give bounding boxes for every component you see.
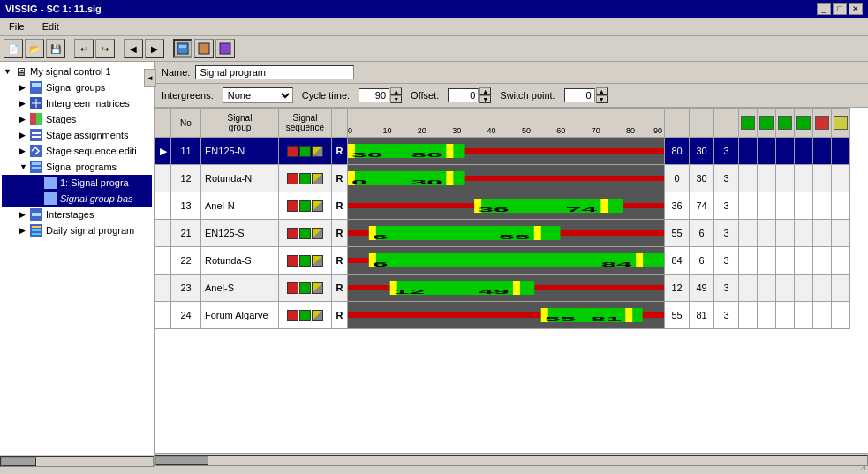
h-scroll-thumb-bottom[interactable] (155, 456, 208, 465)
signal-area[interactable]: No Signalgroup Signalsequence 0 10 20 30… (155, 108, 868, 453)
header-val2 (690, 109, 714, 138)
intergreen-icon (29, 96, 43, 110)
sidebar-item-stages[interactable]: ▶ Stages (2, 111, 152, 127)
header-color-5[interactable] (813, 109, 832, 138)
sidebar-item-stage-assignments[interactable]: ▶ Stage assignments (2, 127, 152, 143)
row-color-3 (776, 138, 795, 165)
table-row[interactable]: 12Rotunda-N R0300303 (155, 165, 868, 192)
resize-corner[interactable]: ⊿ (859, 463, 866, 467)
minimize-button[interactable]: _ (817, 3, 831, 15)
tree-root[interactable]: ▼ 🖥 My signal control 1 (2, 64, 152, 79)
name-input[interactable] (195, 65, 354, 79)
maximize-button[interactable]: □ (833, 3, 847, 15)
ig-expand-icon[interactable]: ▶ (19, 99, 28, 108)
menu-file[interactable]: File (4, 19, 30, 34)
svg-rect-30 (446, 144, 453, 158)
is-expand-icon[interactable]: ▶ (19, 210, 28, 219)
panel-collapse-button[interactable]: ◄ (144, 69, 156, 87)
view3-button[interactable] (215, 39, 235, 58)
program-1-label: 1: Signal progra (60, 177, 129, 188)
row-signal-sequence (279, 138, 332, 165)
root-expand-icon[interactable]: ▼ (4, 67, 12, 76)
seq-green-icon (299, 282, 311, 294)
intergreens-select[interactable]: None (223, 87, 293, 103)
sidebar-item-interstages[interactable]: ▶ Interstages (2, 207, 152, 222)
menu-edit[interactable]: Edit (37, 19, 64, 34)
offset-label: Offset: (411, 90, 439, 101)
header-color-3[interactable] (776, 109, 795, 138)
stages-expand-icon[interactable]: ▶ (19, 115, 28, 124)
row-r-label: R (332, 192, 348, 220)
save-button[interactable]: 💾 (46, 39, 65, 58)
ss-expand-icon[interactable]: ▶ (19, 147, 28, 155)
sidebar-item-signal-programs[interactable]: ▼ Signal programs (2, 159, 152, 175)
table-row[interactable]: 21EN125-S R6555563 (155, 220, 868, 247)
table-row[interactable]: 22Rotunda-S R6848463 (155, 247, 868, 275)
header-color-1[interactable] (739, 109, 758, 138)
seq-red-icon (287, 310, 298, 321)
switch-point-down[interactable]: ▼ (596, 95, 608, 103)
header-val3 (714, 109, 739, 138)
new-button[interactable]: 📄 (4, 39, 23, 58)
h-scroll-thumb[interactable] (1, 457, 36, 466)
svg-text:80: 80 (411, 151, 442, 159)
row-chart: 684 (348, 247, 665, 275)
row-signal-sequence (279, 220, 332, 247)
sp-expand-icon[interactable]: ▼ (19, 162, 28, 171)
switch-point-input[interactable] (564, 88, 595, 102)
program-base-label: Signal group bas (60, 193, 133, 204)
cycle-time-label: Cycle time: (302, 90, 350, 101)
sidebar-item-daily[interactable]: ▶ Daily signal program (2, 222, 152, 238)
sidebar-item-signal-groups[interactable]: ▶ Signal groups (2, 79, 152, 95)
table-row[interactable]: ▶11EN125-N R308080303 (155, 138, 868, 165)
open-button[interactable]: 📂 (25, 39, 44, 58)
svg-text:6: 6 (373, 260, 389, 268)
bottom-scroll-area[interactable] (155, 453, 868, 467)
table-row[interactable]: 13Anel-N R367436743 (155, 192, 868, 220)
undo-button[interactable]: ↩ (74, 39, 94, 58)
signal-groups-label: Signal groups (46, 82, 105, 93)
cycle-time-up[interactable]: ▲ (390, 87, 402, 95)
header-color-2[interactable] (758, 109, 776, 138)
seq-red-icon (287, 146, 298, 157)
daily-expand-icon[interactable]: ▶ (19, 226, 28, 235)
sidebar-item-program-base[interactable]: Signal group bas (2, 191, 152, 207)
name-bar: Name: (155, 62, 868, 84)
table-row[interactable]: 23Anel-S R124912493 (155, 275, 868, 302)
sa-expand-icon[interactable]: ▶ (19, 131, 28, 139)
table-row[interactable]: 24Forum Algarve R558155813 (155, 302, 868, 329)
row-color-4 (795, 165, 813, 192)
view1-icon (177, 42, 189, 55)
cycle-time-down[interactable]: ▼ (390, 95, 402, 103)
sidebar-item-stage-sequence[interactable]: ▶ Stage sequence editi (2, 143, 152, 159)
row-val-3: 3 (714, 302, 739, 329)
offset-down[interactable]: ▼ (479, 95, 491, 103)
row-signal-sequence (279, 165, 332, 192)
header-color-6[interactable] (832, 109, 850, 138)
offset-up[interactable]: ▲ (479, 87, 491, 95)
row-arrow (155, 302, 171, 329)
offset-input[interactable] (448, 88, 479, 102)
row-no: 13 (171, 192, 201, 220)
view2-button[interactable] (194, 39, 214, 58)
left-scrollbar[interactable] (0, 455, 154, 467)
forward-button[interactable]: ▶ (145, 39, 164, 58)
header-color-4[interactable] (795, 109, 813, 138)
row-color-5 (813, 302, 832, 329)
svg-rect-13 (32, 136, 41, 138)
sidebar-item-program-1[interactable]: 1: Signal progra (2, 175, 152, 191)
row-r-label: R (332, 302, 348, 329)
redo-button[interactable]: ↪ (95, 39, 115, 58)
seq-diag-icon (312, 200, 323, 212)
sg-expand-icon[interactable]: ▶ (19, 83, 28, 92)
cycle-time-input[interactable] (359, 88, 389, 102)
close-button[interactable]: ✕ (849, 3, 863, 15)
sidebar-item-intergreen[interactable]: ▶ Intergreen matrices (2, 95, 152, 111)
svg-rect-10 (36, 113, 42, 125)
row-signal-sequence (279, 275, 332, 302)
svg-rect-37 (446, 171, 453, 185)
back-button[interactable]: ◀ (124, 39, 143, 58)
h-scroll-track[interactable] (0, 456, 154, 467)
view1-button[interactable] (173, 39, 192, 58)
switch-point-up[interactable]: ▲ (596, 87, 608, 95)
